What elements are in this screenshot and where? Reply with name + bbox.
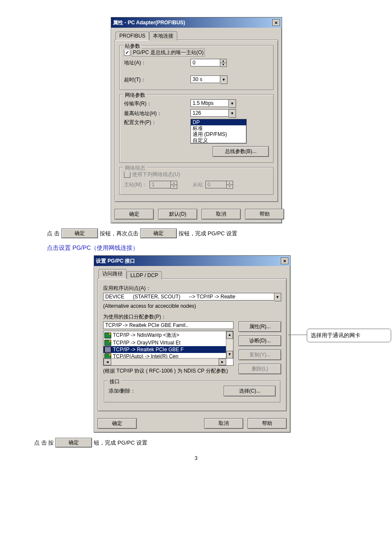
text: 点 击 按 bbox=[34, 439, 54, 447]
section-heading: 点击设置 PG/PC（使用网线连接） bbox=[47, 244, 366, 252]
list-item[interactable]: 通用 (DP/FMS) bbox=[191, 131, 246, 137]
tab-label: 访问路径 bbox=[102, 271, 123, 277]
ok-button-inline[interactable]: 确定 bbox=[55, 438, 92, 448]
tab-panel: 站参数 PG/PC 是总线上的唯一主站(O) 地址(A)： ▲▼ 超时(T)： bbox=[115, 40, 278, 202]
only-master-label: PG/PC 是总线上的唯一主站(O) bbox=[132, 49, 205, 56]
text: 点 击 bbox=[47, 230, 60, 237]
copy-button: 复制(Y)... bbox=[239, 350, 281, 360]
rate-input[interactable] bbox=[190, 99, 229, 107]
alt-access-note: (Alternative access for acceccible nodes… bbox=[103, 303, 281, 309]
tab-label: LLDP / DCP bbox=[130, 272, 158, 278]
list-item[interactable]: 自定义 bbox=[191, 137, 246, 143]
tab-panel: 应用程序访问点(A)： ▼ (Alternative access for ac… bbox=[98, 278, 287, 411]
scrollbar-vertical[interactable]: ▲ ▼ bbox=[226, 331, 233, 358]
group-title: 接口 bbox=[108, 378, 121, 385]
group-network: 网络参数 传输率(R)： ▼ 最高站地址(H)： ▼ 配置文件 bbox=[119, 94, 274, 163]
cancel-button[interactable]: 取消 bbox=[202, 209, 241, 220]
dialog-title: 属性 - PC Adapter(PROFIBUS) bbox=[113, 19, 185, 26]
tab-local[interactable]: 本地连接 bbox=[149, 31, 177, 40]
use-following-label: 使用下列网络组态(U) bbox=[132, 171, 180, 178]
ok-button[interactable]: 确定 bbox=[98, 418, 137, 429]
adapter-icon bbox=[104, 332, 111, 338]
diag-button[interactable]: 诊断(D)... bbox=[239, 335, 281, 346]
properties-dialog: 属性 - PC Adapter(PROFIBUS) ✕ PROFIBUS 本地连… bbox=[111, 17, 282, 223]
master-input bbox=[150, 181, 171, 188]
tab-access-path[interactable]: 访问路径 bbox=[98, 269, 127, 279]
titlebar[interactable]: 设置 PG/PC 接口 ✕ bbox=[94, 256, 290, 266]
adapter-icon bbox=[104, 340, 111, 346]
group-interface: 接口 添加/删除： 选择(C)... bbox=[104, 381, 280, 402]
props-button[interactable]: 属性(R)... bbox=[239, 321, 281, 332]
spinner: ▲▼ bbox=[227, 181, 233, 189]
scrollbar-horizontal[interactable]: ◄ ► bbox=[104, 358, 226, 365]
instruction-line-2: 点 击 按 确定 钮，完成 PG/PC 设置 bbox=[34, 438, 366, 448]
help-button[interactable]: 帮助 bbox=[248, 418, 287, 429]
timeout-input[interactable] bbox=[190, 75, 220, 83]
callout-box: 选择用于通讯的网卡 bbox=[307, 329, 391, 342]
scroll-left-icon[interactable]: ◄ bbox=[104, 358, 111, 365]
group-station: 站参数 PG/PC 是总线上的唯一主站(O) 地址(A)： ▲▼ 超时(T)： bbox=[119, 45, 274, 90]
titlebar[interactable]: 属性 - PC Adapter(PROFIBUS) ✕ bbox=[111, 17, 282, 28]
master-label: 主站(M)： bbox=[124, 181, 147, 188]
delete-button: 删除(L) bbox=[239, 364, 281, 374]
group-title: 网络参数 bbox=[123, 92, 147, 99]
address-input[interactable] bbox=[190, 59, 220, 66]
chevron-down-icon[interactable]: ▼ bbox=[229, 109, 236, 118]
scroll-up-icon[interactable]: ▲ bbox=[226, 331, 233, 339]
scroll-down-icon[interactable]: ▼ bbox=[226, 351, 233, 358]
slave-label: 从站 bbox=[193, 181, 203, 188]
adapter-icon bbox=[104, 347, 111, 353]
tab-label: PROFIBUS bbox=[119, 33, 145, 39]
scroll-right-icon[interactable]: ► bbox=[219, 358, 226, 365]
cancel-button[interactable]: 取消 bbox=[204, 418, 243, 429]
default-button[interactable]: 默认(D) bbox=[158, 209, 197, 220]
maxaddr-label: 最高站地址(H)： bbox=[124, 110, 188, 117]
profile-listbox[interactable]: DP 标准 通用 (DP/FMS) 自定义 bbox=[190, 119, 247, 144]
callout-connector bbox=[288, 335, 307, 335]
addremove-label: 添加/删除： bbox=[109, 387, 135, 395]
address-label: 地址(A)： bbox=[124, 59, 188, 66]
group-netconfig: 网络组态 使用下列网络组态(U) 主站(M)： ▲▼ 从站 ▲▼ bbox=[119, 167, 274, 195]
group-title: 网络组态 bbox=[123, 165, 147, 172]
rfc-note: (根据 TCP/IP 协议 ( RFC-1006 ) 为 NDIS CP 分配参… bbox=[103, 367, 233, 375]
chevron-down-icon[interactable]: ▼ bbox=[220, 75, 228, 84]
list-item[interactable]: 标准 bbox=[191, 125, 246, 131]
ok-button-inline[interactable]: 确定 bbox=[140, 228, 177, 238]
chevron-down-icon[interactable]: ▼ bbox=[274, 293, 281, 301]
access-point-combo[interactable] bbox=[103, 293, 274, 301]
profile-label: 配置文件(P)： bbox=[124, 119, 188, 126]
dialog-title: 设置 PG/PC 接口 bbox=[96, 257, 135, 265]
tab-label: 本地连接 bbox=[153, 33, 173, 39]
tab-strip: PROFIBUS 本地连接 bbox=[111, 28, 282, 40]
text: 按钮，完成 PG/PC 设置 bbox=[179, 230, 238, 237]
help-button[interactable]: 帮助 bbox=[245, 209, 284, 220]
page-number: 3 bbox=[26, 455, 366, 461]
text: 按钮，再次点击 bbox=[100, 230, 138, 237]
use-following-checkbox bbox=[124, 171, 130, 178]
text: 钮，完成 PG/PC 设置 bbox=[94, 439, 147, 447]
rate-label: 传输率(R)： bbox=[124, 100, 188, 107]
list-item[interactable]: TCP/IP -> OrayVPN Virtual Et bbox=[104, 339, 226, 346]
list-item[interactable]: TCP/IP -> Realtek PCIe GBE F bbox=[104, 346, 226, 353]
selected-interface-box[interactable] bbox=[103, 321, 233, 329]
close-icon[interactable]: ✕ bbox=[281, 257, 288, 264]
timeout-label: 超时(T)： bbox=[124, 76, 188, 84]
interface-listbox[interactable]: TCP/IP -> NdisWanIp <激活> TCP/IP -> OrayV… bbox=[103, 331, 233, 366]
ok-button[interactable]: 确定 bbox=[115, 209, 154, 220]
maxaddr-input[interactable] bbox=[190, 109, 229, 117]
close-icon[interactable]: ✕ bbox=[272, 19, 280, 26]
chevron-down-icon[interactable]: ▼ bbox=[229, 99, 236, 108]
tab-lldp[interactable]: LLDP / DCP bbox=[127, 271, 162, 279]
list-item[interactable]: TCP/IP -> NdisWanIp <激活> bbox=[104, 331, 226, 339]
bus-params-button[interactable]: 总线参数(B)... bbox=[213, 146, 269, 157]
callout-text: 选择用于通讯的网卡 bbox=[311, 332, 360, 338]
only-master-checkbox[interactable] bbox=[124, 49, 130, 56]
group-title: 站参数 bbox=[123, 43, 142, 50]
list-item[interactable]: DP bbox=[191, 119, 246, 125]
slave-input bbox=[205, 181, 227, 188]
spinner[interactable]: ▲▼ bbox=[220, 59, 227, 67]
ok-button-inline[interactable]: 确定 bbox=[61, 228, 98, 238]
select-button[interactable]: 选择(C)... bbox=[224, 386, 276, 396]
tab-profibus[interactable]: PROFIBUS bbox=[115, 32, 149, 40]
instruction-line-1: 点 击 确定 按钮，再次点击 确定 按钮，完成 PG/PC 设置 bbox=[47, 228, 366, 238]
